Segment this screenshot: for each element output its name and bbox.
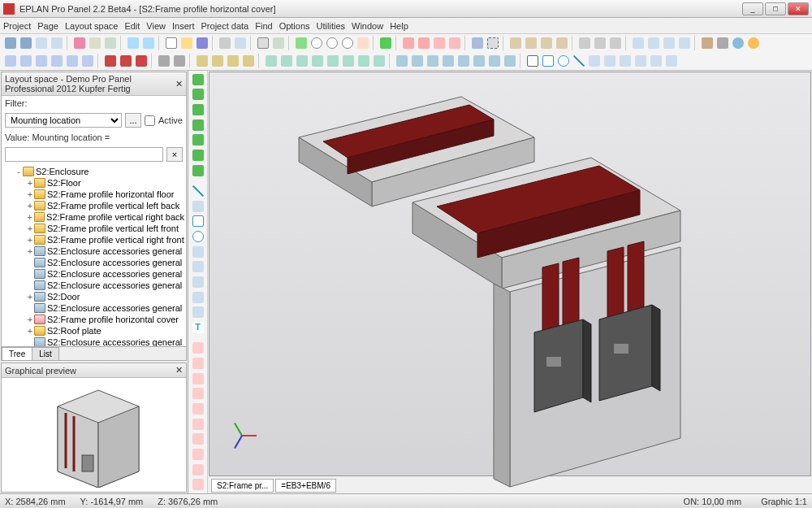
tool-page-nav2-icon[interactable] <box>50 36 64 50</box>
tree-node[interactable]: +S2:Frame profile vertical left front <box>3 223 184 234</box>
filter-more-button[interactable]: ... <box>125 113 141 128</box>
menu-project[interactable]: Project <box>3 21 31 31</box>
tool-refresh-icon[interactable] <box>294 36 309 50</box>
filter-select[interactable]: Mounting location <box>5 113 122 128</box>
tool-table-icon[interactable] <box>401 36 416 50</box>
value-clear-button[interactable]: × <box>166 147 183 162</box>
tool-copy-icon[interactable] <box>88 36 102 50</box>
tool-busbar2-icon[interactable] <box>119 54 133 68</box>
menu-options[interactable]: Options <box>279 21 310 31</box>
tool-text-icon[interactable] <box>525 54 540 68</box>
tool-next-icon[interactable] <box>19 36 33 50</box>
tool-comp2-icon[interactable] <box>19 54 33 68</box>
tool-line-icon[interactable] <box>572 54 586 68</box>
tab-list[interactable]: List <box>32 347 59 360</box>
tool-table3-icon[interactable] <box>432 36 447 50</box>
tree-node[interactable]: S2:Enclosure accessories general <box>3 257 184 268</box>
menu-help[interactable]: Help <box>390 21 408 31</box>
tool-table4-icon[interactable] <box>447 36 462 50</box>
vtool-spline-icon[interactable] <box>191 275 205 289</box>
tool-redo-icon[interactable] <box>141 36 156 50</box>
tree-expander-icon[interactable]: + <box>26 177 34 189</box>
tool-dim3-icon[interactable] <box>608 36 623 50</box>
tool-route3-icon[interactable] <box>226 54 240 68</box>
tool-route-icon[interactable] <box>195 54 209 68</box>
vtool-d6-icon[interactable] <box>191 417 205 432</box>
tool-gear-icon[interactable] <box>715 36 730 50</box>
tool-cube4-icon[interactable] <box>555 36 569 50</box>
menu-utilities[interactable]: Utilities <box>317 21 345 31</box>
tool-iso6-icon[interactable] <box>472 54 486 68</box>
tool-zoom-out-icon[interactable] <box>340 36 355 50</box>
tool-spline-icon[interactable] <box>603 54 617 68</box>
tool-zoom-in-icon[interactable] <box>325 36 339 50</box>
vtool-line-icon[interactable] <box>191 184 205 198</box>
tool-pan-icon[interactable] <box>356 36 370 50</box>
tool-preview-icon[interactable] <box>233 36 248 50</box>
tool-new-icon[interactable] <box>164 36 179 50</box>
tree-expander-icon[interactable]: + <box>26 223 34 234</box>
tool-layout-icon[interactable] <box>271 36 286 50</box>
menu-edit[interactable]: Edit <box>124 21 140 31</box>
vtool-7-icon[interactable] <box>191 163 205 178</box>
menu-insert[interactable]: Insert <box>172 21 195 31</box>
tool-zoom-icon[interactable] <box>309 36 324 50</box>
tree-node[interactable]: S2:Enclosure accessories general <box>3 268 184 280</box>
tree-expander-icon[interactable]: + <box>26 291 34 302</box>
tool-wrench-icon[interactable] <box>700 36 715 50</box>
maximize-button[interactable]: □ <box>765 2 786 15</box>
vtool-d3-icon[interactable] <box>191 371 205 386</box>
tool-comp5-icon[interactable] <box>65 54 80 68</box>
tool-iso8-icon[interactable] <box>503 54 517 68</box>
tool-circ-icon[interactable] <box>556 54 571 68</box>
tree-expander-icon[interactable]: + <box>26 200 34 211</box>
tool-help-icon[interactable] <box>746 36 761 50</box>
tool-earth-icon[interactable] <box>731 36 745 50</box>
tree-node[interactable]: +S2:Floor <box>3 177 184 189</box>
tool-select-icon[interactable] <box>486 36 500 50</box>
tree-node[interactable]: S2:Enclosure accessories general <box>3 280 184 291</box>
vtool-3-icon[interactable] <box>191 102 205 117</box>
tool-dim2-icon[interactable] <box>593 36 607 50</box>
vtool-d4-icon[interactable] <box>191 387 205 402</box>
tool-prev-icon[interactable] <box>3 36 18 50</box>
tool-comp3-icon[interactable] <box>34 54 49 68</box>
tool-rect-icon[interactable] <box>541 54 555 68</box>
layout-tree[interactable]: -S2:Enclosure+S2:Floor+S2:Frame profile … <box>2 164 186 346</box>
close-button[interactable]: ✕ <box>788 2 809 15</box>
tool-view-icon[interactable] <box>470 36 485 50</box>
tool-paste-icon[interactable] <box>103 36 118 50</box>
tool-dim-a-icon[interactable] <box>649 54 663 68</box>
vtool-5-icon[interactable] <box>191 133 205 148</box>
filter-active-checkbox[interactable] <box>145 115 155 126</box>
vtool-text-icon[interactable] <box>191 290 205 305</box>
tree-expander-icon[interactable]: + <box>26 245 34 257</box>
tree-node[interactable]: +S2:Frame profile horizontal cover <box>3 314 184 325</box>
tool-align4-icon[interactable] <box>310 54 325 68</box>
tree-node[interactable]: +S2:Frame profile vertical right front <box>3 234 184 245</box>
tool-align8-icon[interactable] <box>372 54 387 68</box>
layout-space-close-icon[interactable]: ✕ <box>175 79 183 89</box>
tool-iso5-icon[interactable] <box>456 54 471 68</box>
tool-t4-icon[interactable] <box>677 36 692 50</box>
tool-iso3-icon[interactable] <box>425 54 440 68</box>
vtool-d9-icon[interactable] <box>191 462 205 477</box>
tree-node[interactable]: -S2:Enclosure <box>3 166 184 177</box>
tool-iso-icon[interactable] <box>395 54 409 68</box>
tool-print-icon[interactable] <box>218 36 232 50</box>
tool-add-icon[interactable] <box>378 36 393 50</box>
value-input[interactable] <box>5 147 163 162</box>
menu-layout-space[interactable]: Layout space <box>65 21 118 31</box>
tool-undo-icon[interactable] <box>126 36 140 50</box>
vtool-6-icon[interactable] <box>191 148 205 163</box>
tool-comp6-icon[interactable] <box>80 54 95 68</box>
vtool-t-icon[interactable]: T <box>191 320 205 335</box>
tree-node[interactable]: +S2:Frame profile horizontal floor <box>3 189 184 200</box>
vtool-d10-icon[interactable] <box>191 477 205 492</box>
tool-cut-icon[interactable] <box>72 36 87 50</box>
tree-node[interactable]: S2:Enclosure accessories general <box>3 302 184 314</box>
tree-node[interactable]: +S2:Frame profile vertical right back <box>3 211 184 223</box>
tool-dim-h-icon[interactable] <box>618 54 633 68</box>
tool-save-icon[interactable] <box>195 36 209 50</box>
vtool-ell-icon[interactable] <box>191 260 205 275</box>
